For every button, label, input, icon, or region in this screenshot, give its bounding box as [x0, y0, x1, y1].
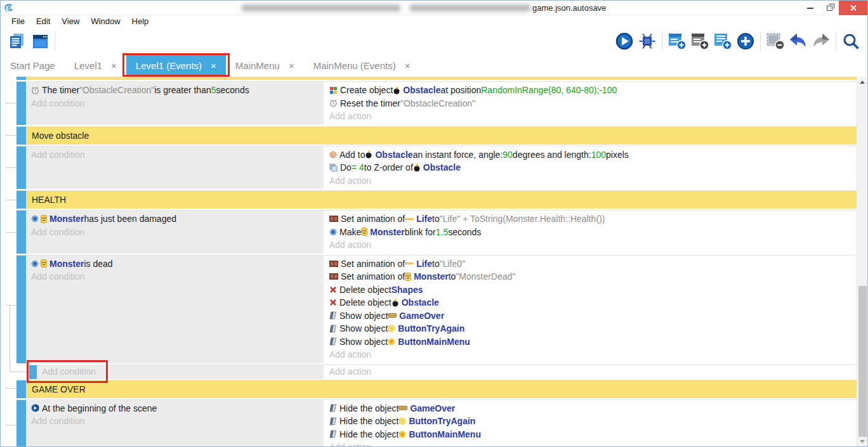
event-handle[interactable] [16, 211, 26, 254]
redo-button[interactable] [810, 30, 832, 53]
minimize-button[interactable] [801, 1, 820, 15]
close-button[interactable] [839, 1, 867, 15]
menu-help[interactable]: Help [126, 16, 155, 26]
add-action[interactable]: Add action [329, 441, 857, 447]
add-condition[interactable]: Add condition [31, 97, 324, 110]
add-condition[interactable]: Add condition [42, 365, 324, 379]
event-handle[interactable] [16, 77, 26, 80]
action-line[interactable]: Show object ButtonMainMenu [329, 335, 857, 349]
tab-level1-events[interactable]: Level1 (Events) × [126, 55, 226, 77]
vertical-scrollbar[interactable] [857, 77, 867, 447]
scroll-down-icon[interactable] [857, 437, 867, 446]
events-sheet: The timer "ObstacleCreation" is greater … [1, 77, 867, 447]
tab-close-icon[interactable]: × [211, 60, 216, 71]
remove-event-button[interactable] [764, 30, 787, 53]
object-name: Obstacle [423, 162, 461, 172]
actions-cell: Create object Obstacle at position Rando… [324, 82, 857, 125]
tab-mainmenu-events[interactable]: MainMenu (Events) × [304, 55, 420, 77]
action-line[interactable]: Add to Obstacle an instant force, angle:… [329, 148, 857, 162]
add-action[interactable]: Add action [329, 174, 857, 188]
event-handle[interactable] [16, 191, 26, 209]
add-action[interactable]: Add action [329, 365, 857, 379]
object-name: ButtonMainMenu [409, 429, 481, 439]
remove-event-icon [765, 32, 786, 51]
condition-line[interactable]: Monster is dead [31, 257, 324, 271]
project-manager-button[interactable] [6, 30, 29, 53]
toolbar [1, 27, 867, 55]
event-handle[interactable] [16, 82, 26, 125]
animation-icon [329, 216, 338, 222]
scene-editor-button[interactable] [29, 30, 51, 53]
action-line[interactable]: Hide the object ButtonTryAgain [329, 415, 857, 428]
monster-icon [361, 228, 367, 236]
add-action[interactable]: Add action [329, 110, 857, 123]
add-condition[interactable]: Add condition [31, 415, 324, 428]
event-handle[interactable] [16, 146, 26, 190]
text: Delete object [339, 285, 391, 295]
comment-text[interactable]: HEALTH [26, 191, 857, 209]
text: is dead [84, 259, 112, 269]
tab-level1[interactable]: Level1 × [65, 55, 126, 77]
tab-close-icon[interactable]: × [405, 60, 411, 71]
restore-button[interactable] [820, 1, 839, 15]
comment-text[interactable] [26, 77, 857, 80]
action-line[interactable]: Set animation of Monster to "MonsterDead… [329, 270, 857, 283]
event-handle[interactable] [16, 400, 26, 447]
action-line[interactable]: Delete object Obstacle [329, 296, 857, 309]
action-line[interactable]: Do = 4 to Z-order of Obstacle [329, 161, 857, 174]
add-condition[interactable]: Add condition [31, 226, 324, 239]
debug-button[interactable] [636, 30, 659, 53]
event-handle[interactable] [16, 127, 26, 145]
event-handle[interactable] [29, 365, 37, 379]
scroll-up-icon[interactable] [857, 77, 867, 87]
action-line[interactable]: Make Monster blink for 1.5 seconds [329, 226, 857, 239]
condition-line[interactable]: At the beginning of the scene [31, 402, 324, 415]
scrollbar-thumb[interactable] [858, 286, 867, 437]
comment-text[interactable]: Move obstacle [26, 127, 857, 145]
play-button[interactable] [613, 30, 636, 53]
menu-file[interactable]: File [6, 16, 30, 26]
value: 5 [211, 85, 216, 95]
visibility-icon [329, 417, 337, 425]
action-line[interactable]: Create object Obstacle at position Rando… [329, 84, 857, 97]
text: At the beginning of the scene [42, 403, 157, 413]
tab-label: MainMenu (Events) [313, 60, 396, 71]
add-event-button[interactable] [666, 30, 688, 53]
add-condition[interactable]: Add condition [31, 270, 324, 283]
add-action[interactable]: Add action [329, 348, 857, 361]
tab-close-icon[interactable]: × [289, 60, 294, 71]
add-condition[interactable]: Add condition [31, 148, 324, 162]
menu-window[interactable]: Window [85, 16, 126, 26]
event-handle[interactable] [16, 380, 26, 398]
action-line[interactable]: Show object ButtonTryAgain [329, 322, 857, 335]
action-line[interactable]: Reset the timer "ObstacleCreation" [329, 97, 857, 110]
action-line[interactable]: Set animation of Life to "Life" + ToStri… [329, 212, 857, 226]
gameover-icon [398, 405, 407, 411]
delete-icon [329, 299, 337, 306]
actions-cell: Set animation of Life to "Life0"Set anim… [324, 256, 857, 363]
action-line[interactable]: Set animation of Life to "Life0" [329, 257, 857, 271]
add-action[interactable]: Add action [329, 238, 857, 252]
menu-edit[interactable]: Edit [30, 16, 56, 26]
undo-button[interactable] [787, 30, 810, 53]
action-line[interactable]: Show object GameOver [329, 309, 857, 323]
comment-text[interactable]: GAME OVER [26, 380, 857, 398]
condition-line[interactable]: Monster has just been damaged [31, 212, 324, 226]
add-subevent-button[interactable] [688, 30, 711, 53]
action-line[interactable]: Delete object Shapes [329, 283, 857, 297]
tab-mainmenu[interactable]: MainMenu × [226, 55, 304, 77]
add-comment-button[interactable] [711, 30, 734, 53]
text: Reset the timer [340, 98, 400, 108]
tab-start-page[interactable]: Start Page [1, 55, 65, 77]
object-name: Shapes [391, 285, 423, 295]
menu-view[interactable]: View [56, 16, 85, 26]
event-handle[interactable] [16, 256, 26, 363]
monster-icon [41, 259, 47, 268]
tab-close-icon[interactable]: × [111, 60, 117, 71]
search-button[interactable] [839, 30, 862, 53]
add-extra-button[interactable] [734, 30, 757, 53]
text: to [449, 271, 456, 282]
condition-line[interactable]: The timer "ObstacleCreation" is greater … [31, 84, 324, 97]
action-line[interactable]: Hide the object ButtonMainMenu [329, 428, 857, 441]
action-line[interactable]: Hide the object GameOver [329, 402, 857, 415]
